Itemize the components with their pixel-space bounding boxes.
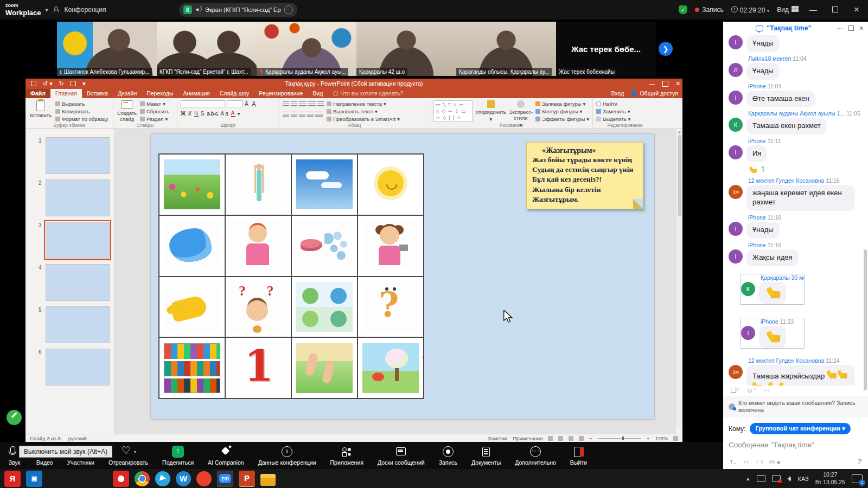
- smartart-button[interactable]: Преобразовать в SmartArt ▾: [327, 115, 400, 123]
- strike-button[interactable]: abc: [207, 111, 219, 117]
- notes-button[interactable]: Заметки: [488, 435, 507, 441]
- network-icon[interactable]: [757, 475, 765, 482]
- align-buttons[interactable]: [283, 111, 324, 118]
- slideshow-icon[interactable]: [71, 81, 76, 86]
- toolbar-button[interactable]: Данные конференции: [258, 445, 316, 466]
- sender-name[interactable]: iPhone: [748, 242, 766, 248]
- meeting-timer[interactable]: 02:29:20 ▾: [731, 6, 770, 14]
- chat-more-icon[interactable]: ···: [837, 24, 843, 32]
- comments-button[interactable]: Примечания: [513, 435, 542, 441]
- toolbar-button[interactable]: Запись: [439, 445, 457, 466]
- font-name-box[interactable]: [181, 100, 225, 107]
- view-button[interactable]: Вид: [777, 6, 799, 14]
- arrange-button[interactable]: Упорядочить ▾: [475, 100, 506, 122]
- sender-name[interactable]: 12 мектеп Гулден Косановна: [748, 357, 824, 364]
- section-button[interactable]: Раздел ▾: [140, 115, 169, 123]
- video-tile[interactable]: КГКП "Ясли-сад" Еркетай" г. Шахт...: [157, 22, 257, 76]
- table-cell[interactable]: [159, 215, 225, 277]
- quote-icon[interactable]: ❏⁺: [731, 387, 740, 394]
- save-icon[interactable]: [31, 81, 36, 86]
- new-slide-button[interactable]: Создать слайд: [117, 100, 137, 122]
- notification-center-icon[interactable]: [852, 474, 863, 483]
- table-cell[interactable]: [225, 337, 291, 399]
- ribbon-tab[interactable]: Файл: [25, 89, 50, 98]
- toolbar-button[interactable]: Доски сообщений: [378, 445, 425, 466]
- table-cell[interactable]: [225, 277, 291, 338]
- word-app-icon[interactable]: W: [176, 471, 191, 486]
- slide-thumbnail[interactable]: 3: [46, 222, 110, 259]
- zoom-percent[interactable]: 115%: [655, 435, 668, 441]
- chat-scrollbar[interactable]: [864, 249, 867, 390]
- zoom-slider[interactable]: [598, 438, 641, 439]
- slide-scrollbar[interactable]: ▲: [676, 130, 682, 427]
- normal-view-icon[interactable]: [548, 436, 553, 441]
- caret-icon[interactable]: ▾: [134, 450, 136, 454]
- clock[interactable]: 10:27Вт 13.05.25: [815, 471, 845, 485]
- video-tile[interactable]: Қарқаралы 42 ш.о: [356, 22, 456, 76]
- sender-name[interactable]: Ләйлә18 мектеп: [748, 55, 791, 62]
- ribbon-tab[interactable]: Главная: [50, 89, 82, 98]
- popout-icon[interactable]: [848, 25, 854, 31]
- message-bubble[interactable]: Тамаша екен рахмет: [746, 118, 827, 134]
- message-bubble[interactable]: Жақсы идея: [746, 249, 799, 266]
- ribbon-tab[interactable]: Дизайн: [113, 89, 142, 98]
- message-bubble[interactable]: жаңаша керемет идея екен рахмет: [746, 185, 855, 211]
- shared-screen-pill[interactable]: К Экран (КГКП "Ясли-сад" Ер ···: [179, 3, 297, 17]
- bold-button[interactable]: Ж: [181, 111, 187, 117]
- slide-thumbnail[interactable]: 6: [46, 349, 110, 386]
- table-cell[interactable]: [225, 215, 291, 277]
- chrome-icon[interactable]: [135, 471, 150, 486]
- ppt-minimize-button[interactable]: —: [649, 80, 655, 87]
- minimize-button[interactable]: —: [806, 5, 820, 14]
- underline-button[interactable]: Ч: [194, 111, 199, 117]
- chat-message-list[interactable]: І Ұнады Ұнады Ләйлә18 мектеп 11:04: [723, 33, 868, 386]
- sticky-note[interactable]: «Жазғытұрым» Жаз бойы тұрады көкте күнің…: [526, 142, 643, 209]
- format-painter-button[interactable]: Формат по образцу: [55, 115, 108, 123]
- sender-name[interactable]: iPhone: [748, 83, 766, 89]
- tray-expand-icon[interactable]: ▲: [746, 476, 751, 481]
- table-cell[interactable]: [358, 277, 424, 338]
- message-bubble[interactable]: Ия: [746, 145, 767, 162]
- updates-icon[interactable]: [772, 475, 781, 482]
- sender-name[interactable]: Қарқаралы 30 мектеп Айман: [761, 274, 804, 281]
- slide-thumbnail[interactable]: 1: [46, 137, 110, 174]
- message-bubble[interactable]: [759, 326, 786, 348]
- recipient-selector[interactable]: Групповой чат конференции ▾: [750, 423, 850, 434]
- fit-to-window-icon[interactable]: [673, 436, 678, 441]
- sender-name[interactable]: iPhone: [748, 214, 766, 221]
- emoji-react-icon[interactable]: ☺⁺: [746, 387, 757, 394]
- cut-button[interactable]: Вырезать: [55, 100, 108, 107]
- tab-conference[interactable]: Конференция: [54, 6, 106, 14]
- table-cell[interactable]: [225, 154, 291, 215]
- align-text-button[interactable]: Выровнять текст ▾: [327, 108, 400, 115]
- font-color-button[interactable]: А: [231, 110, 236, 117]
- close-button[interactable]: ×: [850, 4, 864, 15]
- share-label[interactable]: Общий доступ: [640, 90, 678, 97]
- table-cell[interactable]: [291, 277, 358, 338]
- ribbon-tab[interactable]: Рецензирование: [254, 89, 308, 98]
- shapes-gallery[interactable]: ▭ ╲ □ ○ ▭ △ ◇ ⇦ ⇩ ▭ ☆ ◇ ( ) ☆: [433, 100, 473, 122]
- ribbon-tab[interactable]: Вставка: [82, 89, 113, 98]
- ppt-close-button[interactable]: ×: [676, 79, 680, 88]
- next-page-videos-button[interactable]: ❯: [659, 42, 673, 56]
- telegram-icon[interactable]: [155, 471, 170, 486]
- redo-icon[interactable]: ↻: [59, 80, 64, 87]
- zoom-out-button[interactable]: −: [589, 435, 592, 441]
- layout-button[interactable]: Макет ▾: [140, 100, 169, 107]
- annotation-tool-icon[interactable]: [7, 410, 22, 425]
- ribbon-tab[interactable]: Слайд-шоу: [215, 89, 254, 98]
- chat-message-input[interactable]: [723, 436, 868, 450]
- language-indicator[interactable]: русский: [68, 435, 87, 441]
- file-explorer-icon[interactable]: [260, 474, 276, 486]
- speaker-icon[interactable]: [787, 477, 791, 481]
- message-more-icon[interactable]: ···: [763, 387, 770, 394]
- thumbs-up-reaction[interactable]: 1: [729, 164, 765, 174]
- table-cell[interactable]: [159, 154, 225, 215]
- sender-name[interactable]: iPhone: [761, 318, 778, 325]
- reading-view-icon[interactable]: [569, 436, 573, 441]
- toolbar-button[interactable]: ▾ Отреагировать: [108, 445, 148, 466]
- sender-name[interactable]: iPhone: [748, 138, 766, 144]
- toolbar-button[interactable]: Выйти: [570, 445, 587, 466]
- select-button[interactable]: Выделить ▾: [596, 115, 631, 123]
- shape-outline-button[interactable]: Контур фигуры ▾: [535, 108, 589, 115]
